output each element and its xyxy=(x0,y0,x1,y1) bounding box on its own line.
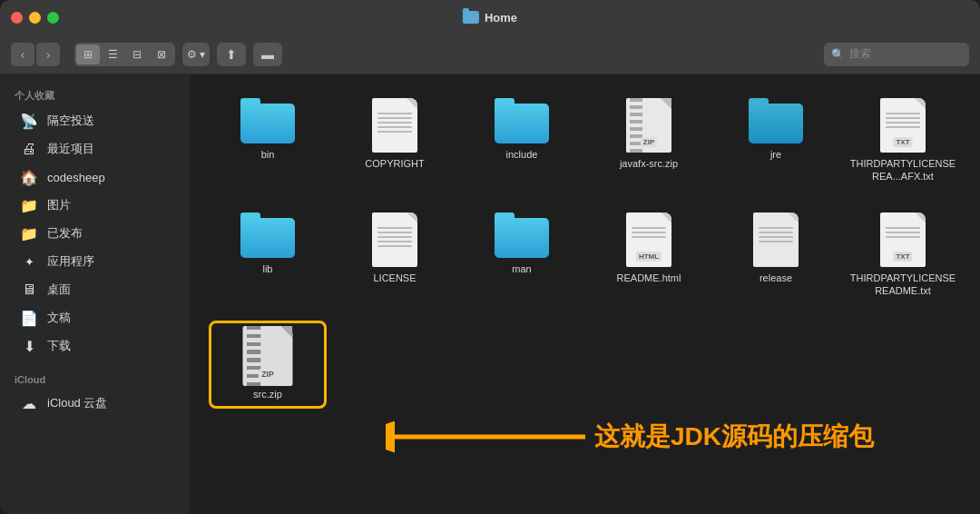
file-item-include[interactable]: include xyxy=(463,93,581,166)
search-icon: 🔍 xyxy=(831,48,845,61)
sidebar-item-docs[interactable]: 📄 文稿 xyxy=(5,304,184,331)
titlebar: Home xyxy=(0,0,980,35)
sidebar-label-apps: 应用程序 xyxy=(47,253,94,270)
file-label-javafx: javafx-src.zip xyxy=(620,157,678,170)
view-gallery-btn[interactable]: ⊠ xyxy=(150,44,173,64)
file-item-release[interactable]: release xyxy=(717,207,835,290)
file-item-bin[interactable]: bin xyxy=(209,93,327,166)
apps-icon: ✦ xyxy=(20,252,38,271)
view-column-btn[interactable]: ⊟ xyxy=(125,44,149,64)
file-item-src-zip[interactable]: ZIP src.zip xyxy=(209,321,327,409)
sidebar-label-airdrop: 隔空投送 xyxy=(47,113,94,129)
file-label-release: release xyxy=(760,272,792,284)
file-label-license: LICENSE xyxy=(373,272,416,284)
sidebar-label-desktop: 桌面 xyxy=(47,282,71,298)
search-box[interactable]: 🔍 搜索 xyxy=(824,43,969,66)
file-item-jre[interactable]: jre xyxy=(717,93,835,166)
file-item-lib[interactable]: lib xyxy=(209,207,327,281)
sidebar-item-published[interactable]: 📁 已发布 xyxy=(5,220,184,247)
icloud-icon: ☁ xyxy=(20,394,38,412)
airdrop-icon: 📡 xyxy=(20,112,38,130)
view-mode-group: ⊞ ☰ ⊟ ⊠ xyxy=(74,43,175,66)
sidebar: 个人收藏 📡 隔空投送 🖨 最近项目 🏠 codesheep 📁 图片 📁 已发… xyxy=(0,74,191,514)
sidebar-label-pictures: 图片 xyxy=(47,197,71,213)
sidebar-label-recent: 最近项目 xyxy=(47,141,94,157)
file-item-readme[interactable]: HTML README.html xyxy=(590,207,708,290)
forward-button[interactable]: › xyxy=(36,43,60,66)
file-item-man[interactable]: man xyxy=(463,207,581,281)
annotation-arrow xyxy=(386,410,585,464)
sidebar-item-airdrop[interactable]: 📡 隔空投送 xyxy=(5,107,184,134)
sidebar-label-codesheep: codesheep xyxy=(47,171,105,184)
file-item-copyright[interactable]: COPYRIGHT xyxy=(336,93,454,175)
file-label-src-zip: src.zip xyxy=(253,388,282,400)
file-label-copyright: COPYRIGHT xyxy=(365,157,424,170)
file-grid: bin COPYRIGHT xyxy=(209,93,962,409)
file-item-javafx-src[interactable]: ZIP javafx-src.zip xyxy=(590,93,708,175)
sidebar-item-pictures[interactable]: 📁 图片 xyxy=(5,192,184,219)
window-title-area: Home xyxy=(463,11,517,25)
toolbar: ‹ › ⊞ ☰ ⊟ ⊠ ⚙ ▾ ⬆ ▬ 🔍 搜索 xyxy=(0,35,980,74)
annotation-area: 这就是JDK源码的压缩包 xyxy=(386,410,874,464)
sidebar-item-desktop[interactable]: 🖥 桌面 xyxy=(5,276,184,303)
back-button[interactable]: ‹ xyxy=(11,43,34,66)
sidebar-label-downloads: 下载 xyxy=(47,338,71,354)
file-label-thirdparty2: THIRDPARTYLICENSEREADME.txt xyxy=(849,272,956,298)
downloads-icon: ⬇ xyxy=(20,337,38,355)
folder-icon-lib xyxy=(240,213,295,258)
file-label-man: man xyxy=(512,262,531,275)
doc-icon-thirdparty2: TXT xyxy=(880,213,926,267)
doc-icon-readme: HTML xyxy=(626,213,671,267)
folder-icon-man xyxy=(495,213,549,258)
file-label-readme: README.html xyxy=(617,272,681,284)
file-label-bin: bin xyxy=(261,148,275,161)
view-list-btn[interactable]: ☰ xyxy=(101,44,124,64)
minimize-button[interactable] xyxy=(29,12,41,24)
folder-icon-include xyxy=(495,98,549,143)
sidebar-section-personal: 个人收藏 xyxy=(0,84,190,106)
sort-options-btn[interactable]: ⚙ ▾ xyxy=(184,44,208,64)
traffic-lights xyxy=(11,12,59,24)
sort-group: ⚙ ▾ xyxy=(182,43,210,66)
folder-icon-bin xyxy=(240,98,295,143)
action-button[interactable]: ▬ xyxy=(253,43,282,66)
zip-icon-src: ZIP xyxy=(243,326,293,386)
search-placeholder: 搜索 xyxy=(849,46,871,62)
sidebar-item-downloads[interactable]: ⬇ 下载 xyxy=(5,332,184,360)
sidebar-item-icloud-drive[interactable]: ☁ iCloud 云盘 xyxy=(5,390,184,417)
share-button[interactable]: ⬆ xyxy=(217,43,246,66)
sidebar-item-codesheep[interactable]: 🏠 codesheep xyxy=(5,163,184,191)
published-icon: 📁 xyxy=(20,224,38,242)
file-item-thirdparty1[interactable]: TXT THIRDPARTYLICENSEREA...AFX.txt xyxy=(844,93,962,189)
doc-icon-release xyxy=(753,213,799,267)
sidebar-item-apps[interactable]: ✦ 应用程序 xyxy=(5,248,184,275)
zip-icon-javafx: ZIP xyxy=(626,98,671,153)
doc-icon-license xyxy=(372,213,417,267)
maximize-button[interactable] xyxy=(47,12,59,24)
folder-icon-jre xyxy=(749,98,803,143)
sidebar-label-icloud: iCloud 云盘 xyxy=(47,395,107,411)
nav-buttons: ‹ › xyxy=(11,43,60,66)
callout-text: 这就是JDK源码的压缩包 xyxy=(594,420,874,454)
pictures-icon: 📁 xyxy=(20,196,38,214)
doc-icon-copyright xyxy=(372,98,417,153)
title-folder-icon xyxy=(463,11,479,24)
recent-icon: 🖨 xyxy=(20,140,38,158)
doc-icon-thirdparty1: TXT xyxy=(880,98,926,153)
main-content: 个人收藏 📡 隔空投送 🖨 最近项目 🏠 codesheep 📁 图片 📁 已发… xyxy=(0,74,980,514)
file-label-include: include xyxy=(506,148,538,161)
home-icon: 🏠 xyxy=(20,168,38,186)
file-item-thirdparty2[interactable]: TXT THIRDPARTYLICENSEREADME.txt xyxy=(844,207,962,303)
view-icon-btn[interactable]: ⊞ xyxy=(76,44,100,64)
file-area: bin COPYRIGHT xyxy=(191,74,980,514)
desktop-icon: 🖥 xyxy=(20,281,38,299)
close-button[interactable] xyxy=(11,12,23,24)
file-item-license[interactable]: LICENSE xyxy=(336,207,454,290)
sidebar-label-published: 已发布 xyxy=(47,225,83,242)
window-title: Home xyxy=(485,11,517,25)
file-label-thirdparty1: THIRDPARTYLICENSEREA...AFX.txt xyxy=(849,157,956,183)
sidebar-item-recent[interactable]: 🖨 最近项目 xyxy=(5,135,184,163)
file-label-jre: jre xyxy=(770,148,781,161)
file-label-lib: lib xyxy=(262,262,272,275)
docs-icon: 📄 xyxy=(20,309,38,327)
